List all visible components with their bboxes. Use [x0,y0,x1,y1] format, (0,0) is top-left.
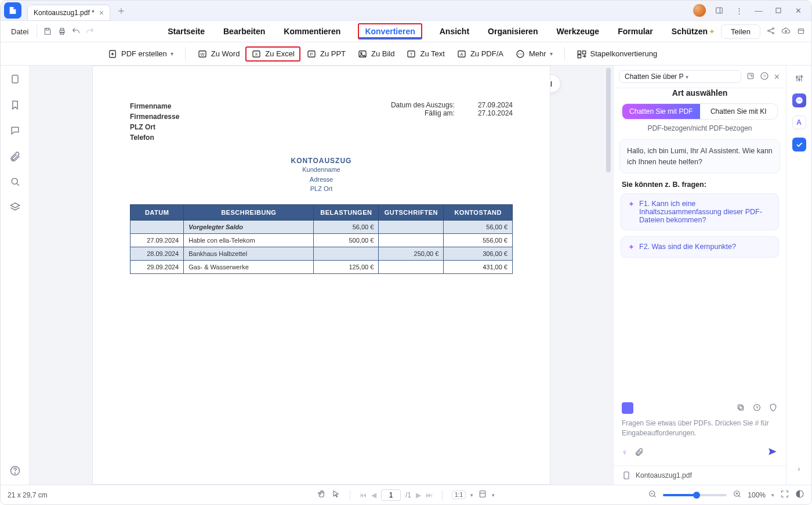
kebab-menu-icon[interactable]: ⋮ [733,4,745,17]
svg-rect-3 [46,28,49,30]
doc-sender-line: Firmenname [130,101,179,111]
ai-suggestion-1[interactable]: ✦F1. Kann ich eine Inhaltszusammenfassun… [621,193,779,230]
menu-organisieren[interactable]: Organisieren [487,23,539,39]
cell-gutschriften [379,220,444,233]
doc-sender-line: Firmenadresse [130,111,179,122]
menu-werkzeuge[interactable]: Werkzeuge [555,23,600,39]
last-page-icon[interactable]: ⏭ [426,491,433,499]
ai-mode-label: Chatten Sie über P [625,73,683,81]
menu-konvertieren[interactable]: Konvertieren [358,23,422,39]
svg-rect-30 [578,50,581,53]
to-pdfa-button[interactable]: A Zu PDF/A [451,46,509,62]
menu-bearbeiten[interactable]: Bearbeiten [222,23,266,39]
attach-icon[interactable] [635,447,644,458]
doc-due-value: 27.10.2024 [478,109,513,117]
fullscreen-icon[interactable] [780,489,789,500]
strip-expand-icon[interactable]: › [798,464,800,473]
send-icon[interactable] [767,446,778,459]
comments-icon[interactable] [9,125,21,136]
cell-kontostand: 56,00 € [444,220,513,233]
to-image-button[interactable]: Zu Bild [351,46,400,62]
svg-line-58 [654,496,656,497]
help-icon[interactable] [9,465,21,477]
ai-shield-icon[interactable] [768,403,778,414]
prev-page-icon[interactable]: ◀ [371,491,376,499]
ai-doc-icon[interactable] [622,402,633,414]
ai-suggestion-2[interactable]: ✦F2. Was sind die Kernpunkte? [621,236,779,258]
maximize-window-button[interactable] [772,4,785,17]
ai-expand-icon[interactable] [746,71,755,82]
lightbulb-icon[interactable]: ✦ [709,27,715,36]
window-panel-icon[interactable] [713,4,726,17]
ai-help-icon[interactable]: ? [760,71,769,82]
svg-rect-41 [739,406,743,410]
ai-mode-dropdown[interactable]: Chatten Sie über P▾ [619,70,741,83]
cell-datum: 29.09.2024 [130,260,184,273]
first-page-icon[interactable]: ⏮ [360,491,367,499]
cloud-upload-icon[interactable] [781,26,791,37]
reading-mode-icon[interactable] [795,489,804,500]
page-layout-icon[interactable] [478,489,487,500]
file-menu[interactable]: Datei [6,27,33,36]
select-tool-icon[interactable] [331,489,340,500]
ai-history-icon[interactable] [752,403,762,414]
to-text-button[interactable]: T Zu Text [400,46,450,62]
doc-date-block: Datum des Auszugs:27.09.2024 Fällig am:2… [391,101,513,143]
col-gutschriften: GUTSCHRIFTEN [379,204,444,220]
search-icon[interactable] [9,176,21,187]
zoom-in-icon[interactable] [733,489,742,500]
thumbnails-icon[interactable] [9,74,21,85]
cell-kontostand: 556,00 € [444,233,513,247]
redo-icon[interactable] [85,24,95,38]
box-icon[interactable] [796,26,806,37]
document-canvas[interactable]: W PDF zu Word Firmenname Firmenadresse P… [30,66,613,485]
attachments-icon[interactable] [9,150,21,162]
to-ppt-button[interactable]: P Zu PPT [300,46,351,62]
layers-icon[interactable] [9,201,21,213]
undo-icon[interactable] [71,24,81,38]
zoom-out-icon[interactable] [648,489,657,500]
ai-input-row[interactable]: ♀ [614,441,786,466]
cell-gutschriften: 250,00 € [379,247,444,260]
batch-convert-button[interactable]: Stapelkonvertierung [571,46,664,62]
ai-seg-pdf[interactable]: Chatten Sie mit PDF [622,104,700,119]
menu-tabs: Startseite Bearbeiten Kommentieren Konve… [166,23,709,39]
fit-actual-icon[interactable]: 1:1 [452,490,466,499]
ai-alt-icon[interactable]: A [792,116,806,129]
zoom-percent[interactable]: 100% [748,491,766,499]
save-icon[interactable] [42,24,53,38]
create-pdf-button[interactable]: PDF erstellen▾ [102,46,179,62]
share-button[interactable]: Teilen [721,24,760,39]
new-tab-button[interactable]: ＋ [116,3,126,17]
hand-tool-icon[interactable] [317,489,327,500]
close-window-button[interactable]: ✕ [792,4,804,17]
ai-seg-ki[interactable]: Chatten Sie mit KI [700,104,778,119]
vertical-scrollbar[interactable] [606,68,611,172]
sliders-icon[interactable] [792,71,806,85]
ai-copy-icon[interactable] [736,403,745,414]
page-number-input[interactable] [381,489,401,501]
menu-startseite[interactable]: Startseite [166,23,206,39]
bulb-icon[interactable]: ♀ [622,448,628,457]
minimize-window-button[interactable]: — [752,4,765,17]
menu-ansicht[interactable]: Ansicht [438,23,470,39]
cell-belastungen: 56,00 € [314,220,379,233]
to-word-button[interactable]: W Zu Word [191,46,246,62]
more-button[interactable]: Mehr▾ [509,46,559,62]
ai-context-file[interactable]: Kontoauszug1.pdf [614,466,786,485]
close-tab-icon[interactable]: × [99,8,104,17]
bookmarks-icon[interactable] [9,99,21,111]
menu-formular[interactable]: Formular [617,23,654,39]
menu-schuetzen[interactable]: Schützen [670,23,709,39]
next-page-icon[interactable]: ▶ [416,491,421,499]
task-check-icon[interactable] [792,138,806,152]
avatar[interactable] [693,4,706,17]
document-tab[interactable]: Kontoauszug1.pdf * × [27,5,110,21]
zoom-slider[interactable] [663,494,727,496]
menu-kommentieren[interactable]: Kommentieren [282,23,342,39]
ai-close-icon[interactable]: ✕ [774,73,780,81]
print-icon[interactable] [56,24,67,38]
ai-robot-icon[interactable] [792,93,806,107]
to-excel-button[interactable]: X Zu Excel [245,46,300,62]
share-link-icon[interactable] [766,26,775,37]
